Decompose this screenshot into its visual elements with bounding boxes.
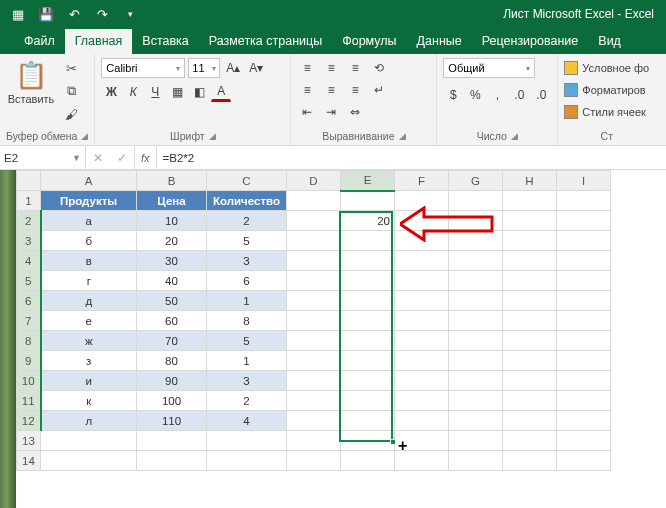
cell[interactable] bbox=[41, 431, 137, 451]
cell[interactable]: 100 bbox=[137, 391, 207, 411]
cell[interactable]: 30 bbox=[137, 251, 207, 271]
col-header-E[interactable]: E bbox=[341, 171, 395, 191]
col-header-F[interactable]: F bbox=[395, 171, 449, 191]
align-right-icon[interactable]: ≡ bbox=[345, 80, 365, 100]
col-header-B[interactable]: B bbox=[137, 171, 207, 191]
dialog-launcher-icon[interactable]: ◢ bbox=[399, 131, 406, 141]
cell[interactable] bbox=[341, 371, 395, 391]
cell[interactable]: г bbox=[41, 271, 137, 291]
fill-handle[interactable] bbox=[390, 439, 396, 445]
cell[interactable] bbox=[503, 411, 557, 431]
cell[interactable] bbox=[395, 371, 449, 391]
cell[interactable] bbox=[287, 231, 341, 251]
cell[interactable] bbox=[449, 331, 503, 351]
cell[interactable] bbox=[503, 331, 557, 351]
customize-qat-icon[interactable]: ▾ bbox=[120, 4, 140, 24]
accounting-format-icon[interactable]: $ bbox=[443, 85, 463, 105]
cell[interactable]: 1 bbox=[207, 351, 287, 371]
align-center-icon[interactable]: ≡ bbox=[321, 80, 341, 100]
cell[interactable]: 5 bbox=[207, 331, 287, 351]
cell[interactable] bbox=[557, 451, 611, 471]
col-header-A[interactable]: A bbox=[41, 171, 137, 191]
cell[interactable] bbox=[287, 311, 341, 331]
cell[interactable] bbox=[341, 411, 395, 431]
col-header-D[interactable]: D bbox=[287, 171, 341, 191]
font-color-button[interactable]: A bbox=[211, 82, 231, 102]
row-header-5[interactable]: 5 bbox=[17, 271, 41, 291]
cell[interactable] bbox=[449, 291, 503, 311]
decrease-font-icon[interactable]: A▾ bbox=[246, 58, 266, 78]
cell[interactable]: б bbox=[41, 231, 137, 251]
row-header-13[interactable]: 13 bbox=[17, 431, 41, 451]
row-header-2[interactable]: 2 bbox=[17, 211, 41, 231]
cell[interactable] bbox=[207, 431, 287, 451]
cell[interactable] bbox=[557, 251, 611, 271]
cell[interactable]: 1 bbox=[207, 291, 287, 311]
cell[interactable] bbox=[503, 251, 557, 271]
cell[interactable] bbox=[395, 411, 449, 431]
enter-formula-icon[interactable]: ✓ bbox=[110, 151, 134, 165]
cell[interactable]: 2 bbox=[207, 211, 287, 231]
cell[interactable] bbox=[395, 351, 449, 371]
row-header-7[interactable]: 7 bbox=[17, 311, 41, 331]
cell[interactable]: 6 bbox=[207, 271, 287, 291]
cell[interactable] bbox=[395, 251, 449, 271]
increase-decimal-icon[interactable]: .0 bbox=[509, 85, 529, 105]
row-header-14[interactable]: 14 bbox=[17, 451, 41, 471]
cell[interactable]: к bbox=[41, 391, 137, 411]
cell[interactable]: Продукты bbox=[41, 191, 137, 211]
format-as-table-button[interactable]: Форматиров bbox=[564, 80, 645, 100]
number-format-combo[interactable]: Общий▾ bbox=[443, 58, 535, 78]
cell[interactable] bbox=[503, 211, 557, 231]
conditional-formatting-button[interactable]: Условное фо bbox=[564, 58, 649, 78]
cell[interactable] bbox=[557, 271, 611, 291]
cell[interactable] bbox=[503, 231, 557, 251]
cell[interactable]: 60 bbox=[137, 311, 207, 331]
wrap-text-icon[interactable]: ↵ bbox=[369, 80, 389, 100]
cell[interactable]: 90 bbox=[137, 371, 207, 391]
cell[interactable] bbox=[503, 451, 557, 471]
cell[interactable] bbox=[449, 311, 503, 331]
cell-grid[interactable]: A B C D E F G H I 1ПродуктыЦенаКоличеств… bbox=[16, 170, 611, 471]
cell[interactable] bbox=[503, 431, 557, 451]
dialog-launcher-icon[interactable]: ◢ bbox=[81, 131, 88, 141]
row-header-12[interactable]: 12 bbox=[17, 411, 41, 431]
cell[interactable] bbox=[287, 211, 341, 231]
cell-styles-button[interactable]: Стили ячеек bbox=[564, 102, 645, 122]
format-painter-button[interactable]: 🖌 bbox=[60, 104, 82, 124]
cell[interactable]: 10 bbox=[137, 211, 207, 231]
cell[interactable] bbox=[557, 431, 611, 451]
select-all-corner[interactable] bbox=[17, 171, 41, 191]
cell[interactable]: 110 bbox=[137, 411, 207, 431]
cell[interactable] bbox=[341, 291, 395, 311]
cell[interactable] bbox=[287, 251, 341, 271]
cell[interactable]: 5 bbox=[207, 231, 287, 251]
cell[interactable] bbox=[449, 451, 503, 471]
percent-format-icon[interactable]: % bbox=[465, 85, 485, 105]
cell[interactable] bbox=[341, 191, 395, 211]
cell[interactable] bbox=[41, 451, 137, 471]
cell[interactable] bbox=[395, 391, 449, 411]
cell[interactable] bbox=[557, 371, 611, 391]
font-size-combo[interactable]: 11▾ bbox=[188, 58, 220, 78]
cell[interactable]: 3 bbox=[207, 251, 287, 271]
cell[interactable]: ж bbox=[41, 331, 137, 351]
cut-button[interactable]: ✂ bbox=[60, 58, 82, 78]
cell[interactable] bbox=[341, 351, 395, 371]
cell[interactable]: 20 bbox=[341, 211, 395, 231]
row-header-6[interactable]: 6 bbox=[17, 291, 41, 311]
cell[interactable]: д bbox=[41, 291, 137, 311]
comma-format-icon[interactable]: , bbox=[487, 85, 507, 105]
cell[interactable] bbox=[287, 431, 341, 451]
col-header-C[interactable]: C bbox=[207, 171, 287, 191]
cell[interactable] bbox=[287, 331, 341, 351]
save-icon[interactable]: 💾 bbox=[36, 4, 56, 24]
row-header-11[interactable]: 11 bbox=[17, 391, 41, 411]
fx-icon[interactable]: fx bbox=[135, 146, 157, 169]
dialog-launcher-icon[interactable]: ◢ bbox=[209, 131, 216, 141]
cell[interactable] bbox=[287, 371, 341, 391]
cell[interactable]: Количество bbox=[207, 191, 287, 211]
cell[interactable] bbox=[503, 351, 557, 371]
cell[interactable] bbox=[341, 251, 395, 271]
align-top-icon[interactable]: ≡ bbox=[297, 58, 317, 78]
